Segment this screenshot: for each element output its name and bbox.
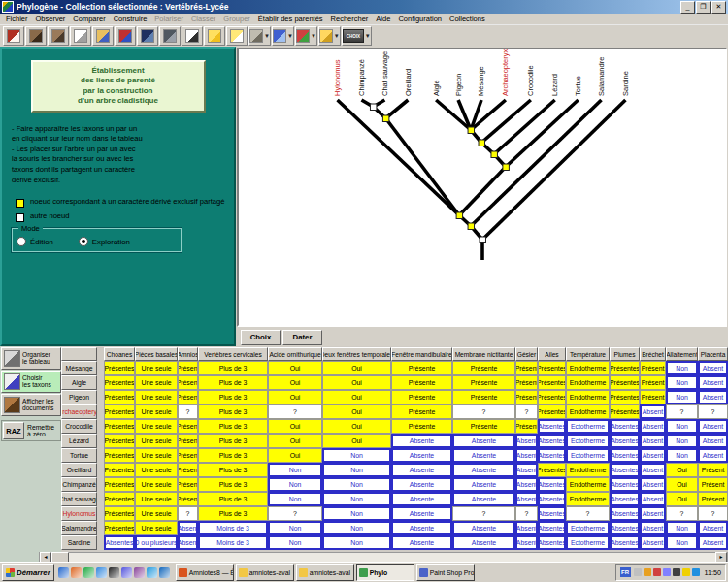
choose-taxa-button[interactable]: Choisir les taxons	[1, 371, 61, 393]
taxon-row-button-tortue[interactable]: Tortue	[61, 448, 97, 463]
start-button[interactable]: Démarrer	[2, 564, 54, 581]
butterfly-toolbar-button[interactable]	[3, 26, 24, 46]
taxon-label-oreillard[interactable]: Oreillard	[404, 69, 413, 96]
organize-table-button[interactable]: Organiser le tableau	[1, 347, 61, 370]
photo-specimen-toolbar-button[interactable]	[25, 26, 47, 46]
taxon-row-button-sardine[interactable]: Sardine	[61, 535, 97, 550]
taxon-row-button-crocodile[interactable]: Crocodile	[61, 419, 97, 434]
column-header-membrane-nictitante[interactable]: Membrane nictitante	[452, 347, 515, 361]
taxon-label-m-sange[interactable]: Mésange	[478, 66, 486, 96]
quick-launch-icon-4[interactable]	[96, 567, 107, 578]
quick-launch-icon-6[interactable]	[121, 567, 132, 578]
column-header-vert-bres-cervicales[interactable]: Vertèbres cervicales	[198, 347, 268, 361]
task-button-amniotes8-volu-[interactable]: Amniotes8 — Évolu...	[176, 564, 234, 581]
taxon-row-button-l-zard[interactable]: Lézard	[61, 434, 97, 448]
taxon-label-sardine[interactable]: Sardine	[621, 71, 630, 96]
dropdown-arrow-icon[interactable]: ▼	[311, 33, 316, 39]
quick-launch-icon-8[interactable]	[147, 567, 157, 578]
taxon-label-l-zard[interactable]: Lézard	[550, 74, 559, 96]
menu-configuration[interactable]: Configuration	[394, 15, 446, 23]
column-header-deux-fen-tres-temporales[interactable]: Deux fenêtres temporales	[322, 347, 391, 361]
column-header-plumes[interactable]: Plumes	[610, 347, 640, 361]
quick-launch-icon-1[interactable]	[58, 567, 69, 578]
white-tree-node[interactable]	[370, 104, 376, 111]
quick-launch-icon-7[interactable]	[134, 567, 145, 578]
save-colors-toolbar-button[interactable]: ▼	[295, 26, 317, 46]
export-window-toolbar-button[interactable]: ▼	[272, 26, 294, 46]
yellow-tree-node[interactable]	[491, 151, 497, 158]
tray-icon-3[interactable]	[653, 568, 661, 576]
menu-rechercher[interactable]: Rechercher	[327, 15, 373, 23]
task-button-paint-shop-pro[interactable]: Paint Shop Pro	[416, 564, 475, 581]
show-documents-button[interactable]: Afficher les documents	[1, 394, 61, 416]
taxon-label-chimpanz-[interactable]: Chimpanzé	[357, 59, 366, 96]
maximize-button[interactable]: ❐	[696, 1, 711, 14]
document-toolbar-button[interactable]	[226, 26, 248, 46]
dropdown-arrow-icon[interactable]: ▼	[365, 33, 371, 39]
taxon-row-button-m-sange[interactable]: Mésange	[61, 361, 97, 375]
column-header-temp-rature[interactable]: Température	[566, 347, 610, 361]
window-gray-toolbar-button[interactable]	[159, 26, 181, 46]
radio-exploration[interactable]: Exploration	[79, 237, 130, 246]
taxon-row-button-hylonomus[interactable]: Hylonomus	[61, 506, 97, 521]
tray-icon-5[interactable]	[673, 568, 680, 576]
yellow-tree-node[interactable]	[468, 223, 474, 230]
menu-fichier[interactable]: Fichier	[2, 15, 32, 23]
column-header-ailes[interactable]: Ailes	[538, 347, 566, 361]
white-tree-node[interactable]	[480, 237, 485, 243]
tray-icon-2[interactable]	[644, 568, 651, 576]
quick-launch-icon-3[interactable]	[83, 567, 94, 578]
menu-comparer[interactable]: Comparer	[69, 15, 109, 23]
column-header-allaitement[interactable]: Allaitement	[666, 347, 698, 361]
taxon-label-chat-sauvage[interactable]: Chat sauvage	[381, 51, 389, 96]
menu-observer[interactable]: Observer	[32, 15, 70, 23]
taxon-label-tortue[interactable]: Tortue	[574, 76, 582, 96]
yellow-tree-node[interactable]	[503, 164, 509, 171]
tray-icon-1[interactable]	[634, 568, 642, 576]
dater-button[interactable]: Dater	[282, 330, 322, 345]
column-header-acide-ornithurique[interactable]: Acide ornithurique	[268, 347, 322, 361]
radio-edition[interactable]: Édition	[17, 237, 53, 246]
column-header-choanes[interactable]: Choanes	[104, 347, 135, 361]
menu-collections[interactable]: Collections	[446, 15, 489, 23]
taxon-label-archaeopteryx[interactable]: Archaeopteryx	[501, 49, 510, 96]
quick-launch-icon-2[interactable]	[71, 567, 82, 578]
matrix-table-toolbar-button[interactable]	[115, 26, 136, 46]
quick-launch-icon-5[interactable]	[109, 567, 119, 578]
taxon-label-hylonomus[interactable]: Hylonomus	[333, 59, 342, 96]
photo-pair-toolbar-button[interactable]	[48, 26, 69, 46]
taxon-label-aigle[interactable]: Aigle	[432, 80, 441, 96]
column-header-pi-ces-basales[interactable]: Pièces basales	[135, 347, 178, 361]
yellow-tree-node[interactable]	[479, 140, 484, 146]
cladogram-toolbar-button[interactable]	[182, 26, 203, 46]
taxon-row-button-salamandre[interactable]: Salamandre	[61, 521, 97, 535]
column-header-fen-tre-mandibulaire[interactable]: Fenêtre mandibulaire	[391, 347, 452, 361]
cladogram-canvas[interactable]: HylonomusChimpanzéChat sauvageOreillardA…	[237, 48, 727, 327]
column-header-br-chet[interactable]: Bréchet	[640, 347, 666, 361]
yellow-tree-node[interactable]	[456, 212, 462, 219]
grid-toolbar-button[interactable]	[70, 26, 91, 46]
close-button[interactable]: ✕	[711, 1, 726, 14]
yellow-tree-node[interactable]	[468, 127, 474, 134]
column-header-g-sier[interactable]: Gésier	[515, 347, 538, 361]
menu-aide[interactable]: Aide	[372, 15, 394, 23]
tray-icon-7[interactable]	[692, 568, 700, 576]
taxon-row-button-pigeon[interactable]: Pigeon	[61, 390, 97, 404]
open-folder-toolbar-button[interactable]: ▼	[318, 26, 341, 46]
taxon-row-button-aigle[interactable]: Aigle	[61, 375, 97, 390]
taxon-row-button-archaeopteryx[interactable]: Archaeopteryx	[61, 404, 97, 419]
menu--tablir-des-parent-s[interactable]: Établir des parentés	[254, 15, 327, 23]
dropdown-arrow-icon[interactable]: ▼	[334, 33, 340, 39]
quick-launch-icon-9[interactable]	[159, 567, 170, 578]
choix-button[interactable]: Choix	[241, 330, 281, 345]
language-indicator[interactable]: FR	[620, 567, 631, 577]
taxon-row-button-chat-sauvage[interactable]: Chat sauvage	[61, 492, 97, 506]
task-button-amniotes-aval[interactable]: amniotes-aval	[236, 564, 294, 581]
column-header-placenta[interactable]: Placenta	[698, 347, 728, 361]
taxon-label-pigeon[interactable]: Pigeon	[454, 74, 463, 96]
taxon-label-crocodile[interactable]: Crocodile	[526, 65, 535, 96]
choix-toolbar-button[interactable]: CHOIX▼	[342, 26, 372, 46]
menu-construire[interactable]: Construire	[110, 15, 151, 23]
column-header-amnios[interactable]: Amnios	[178, 347, 198, 361]
task-button-amniotes-aval[interactable]: amniotes-aval	[296, 564, 354, 581]
